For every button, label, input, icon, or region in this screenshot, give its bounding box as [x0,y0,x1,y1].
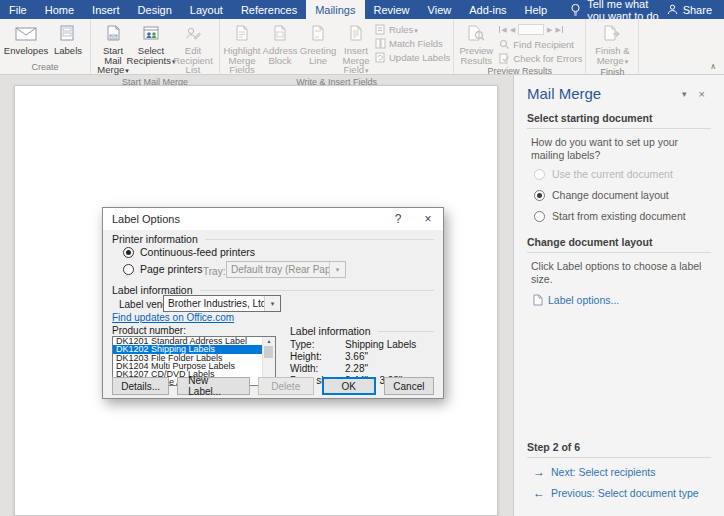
update-labels-icon [375,52,386,63]
ribbon-group-create: Envelopes Labels Create [0,19,91,74]
finish-merge-button[interactable]: Finish & Merge [589,20,635,66]
option-start-from-existing[interactable]: Start from existing document [534,210,711,222]
detail-row-width: Width:2.28" [290,363,368,374]
product-number-label: Product number: [112,325,186,336]
tab-references[interactable]: References [232,0,306,19]
page-printers-radio[interactable]: Page printers [123,263,202,275]
preview-results-icon [466,22,486,46]
dialog-help-icon[interactable]: ? [383,208,413,230]
select-recipients-icon [142,22,160,46]
tab-design[interactable]: Design [129,0,181,19]
ok-button[interactable]: OK [322,377,376,395]
address-block-icon [272,22,288,46]
lightbulb-icon [570,3,581,16]
mail-merge-task-pane: Mail Merge ▾ × Select starting document … [513,75,724,516]
tab-review[interactable]: Review [365,0,419,19]
scroll-up-icon[interactable]: ▲ [267,337,272,345]
edit-recipient-list-button[interactable]: Edit Recipient List [170,20,216,75]
edit-recipient-list-icon [184,22,202,46]
continuous-feed-printers-radio[interactable]: Continuous-feed printers [123,246,255,258]
printer-information-header: Printer information [112,233,434,245]
scroll-thumb[interactable] [264,346,273,358]
start-mail-merge-icon [104,22,122,46]
details-button[interactable]: Details... [112,377,169,395]
find-updates-link[interactable]: Find updates on Office.com [112,312,234,323]
option-change-document-layout[interactable]: Change document layout [534,189,711,201]
collapse-ribbon-icon[interactable]: ∧ [710,63,716,71]
rules-button[interactable]: Rules [375,23,450,35]
tab-view[interactable]: View [419,0,461,19]
last-record-icon[interactable]: ▶ [555,26,562,33]
dialog-title: Label Options [103,213,383,225]
match-fields-button[interactable]: Match Fields [375,37,450,49]
record-number-box[interactable] [518,24,544,35]
check-for-errors-icon [499,53,510,64]
rules-icon [375,24,386,35]
menu-tab-bar: File Home Insert Design Layout Reference… [0,0,724,19]
tray-dropdown[interactable]: Default tray (Rear Paper Feed) ▾ [226,261,346,278]
finish-merge-icon [603,22,621,46]
tab-home[interactable]: Home [36,0,83,19]
insert-merge-field-icon [348,22,364,46]
highlight-merge-fields-button[interactable]: Highlight Merge Fields [223,20,261,75]
radio-icon [534,211,545,222]
label-vendors-dropdown[interactable]: Brother Industries, Ltd. ▾ [163,295,281,312]
record-navigator: ◀ ◀ ▶ ▶ [499,23,582,36]
ribbon-group-write-insert-fields: Highlight Merge Fields Address Block Gre… [220,19,454,74]
tab-layout[interactable]: Layout [181,0,232,19]
label-options-dialog: Label Options ? × Printer information Co… [102,207,444,399]
delete-button[interactable]: Delete [258,377,314,395]
match-fields-icon [375,38,386,49]
option-use-current-document[interactable]: Use the current document [534,168,711,180]
address-block-button[interactable]: Address Block [261,20,299,65]
tell-me-box[interactable]: Tell me what you want to do [570,0,666,19]
next-step-link[interactable]: → Next: Select recipients [533,466,711,478]
dropdown-caret-icon: ▾ [264,296,280,311]
radio-icon [534,169,545,180]
envelopes-button[interactable]: Envelopes [3,20,49,56]
share-button[interactable]: Share [667,0,724,19]
group-label-create: Create [3,61,87,74]
pane-title: Mail Merge [527,85,676,102]
person-icon [667,4,678,15]
pane-menu-caret-icon[interactable]: ▾ [676,87,693,101]
label-options-link[interactable]: Label options... [533,294,711,306]
new-label-button[interactable]: New Label... [177,377,249,395]
pane-close-icon[interactable]: × [693,86,711,102]
label-options-instruction: Click Label options to choose a label si… [531,260,711,286]
radio-icon [123,264,134,275]
step-indicator: Step 2 of 6 [527,441,711,458]
greeting-line-button[interactable]: Greeting Line [299,20,337,65]
detail-row-type: Type:Shipping Labels [290,339,416,350]
check-for-errors-button[interactable]: Check for Errors [499,52,582,64]
cancel-button[interactable]: Cancel [384,377,434,395]
labels-icon [59,22,77,46]
select-starting-document-header: Select starting document [527,112,711,129]
insert-merge-field-button[interactable]: Insert Merge Field [337,20,375,76]
find-recipient-button[interactable]: Find Recipient [499,38,582,50]
previous-step-link[interactable]: ← Previous: Select document type [533,487,711,499]
select-recipients-button[interactable]: Select Recipients [132,20,170,66]
tab-file[interactable]: File [0,0,36,19]
tab-add-ins[interactable]: Add-ins [460,0,515,19]
setup-question: How do you want to set up your mailing l… [531,136,711,162]
ribbon: Envelopes Labels Create Start Mail Merge [0,19,724,75]
share-label: Share [683,4,712,16]
next-record-icon[interactable]: ▶ [547,26,552,33]
change-document-layout-header: Change document layout [527,236,711,253]
labels-button[interactable]: Labels [49,20,87,56]
first-record-icon[interactable]: ◀ [499,26,506,33]
tab-mailings[interactable]: Mailings [306,0,364,19]
find-recipient-icon [499,39,510,50]
ribbon-group-start-mail-merge: Start Mail Merge Select Recipients Edit … [91,19,220,74]
right-arrow-icon: → [533,467,545,477]
preview-results-button[interactable]: Preview Results [457,20,495,65]
update-labels-button[interactable]: Update Labels [375,51,450,63]
ribbon-group-finish: Finish & Merge Finish [586,19,639,74]
left-arrow-icon: ← [533,488,545,498]
tab-insert[interactable]: Insert [83,0,129,19]
ribbon-group-preview-results: Preview Results ◀ ◀ ▶ ▶ Find Recipient C… [454,19,586,74]
dialog-close-icon[interactable]: × [413,208,443,230]
previous-record-icon[interactable]: ◀ [510,26,515,33]
tab-help[interactable]: Help [516,0,557,19]
